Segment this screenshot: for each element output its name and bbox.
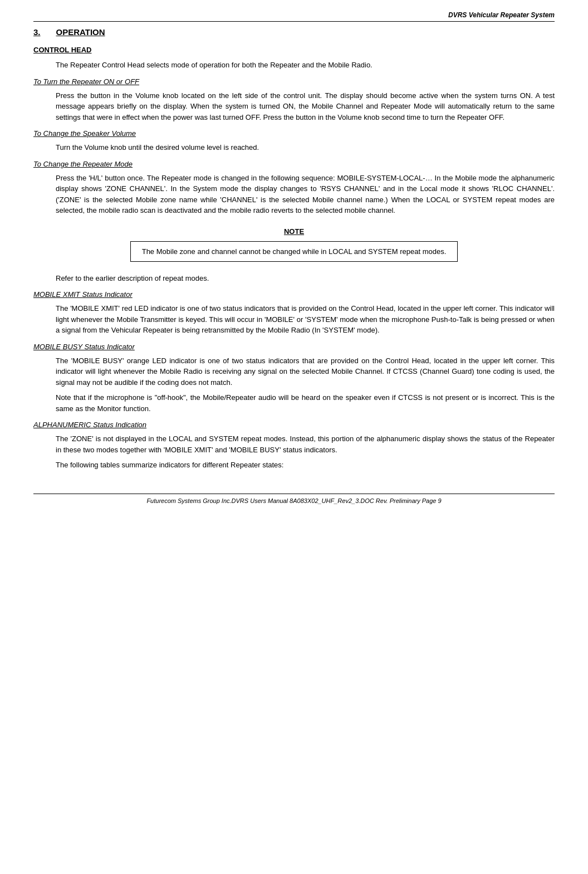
turn-on-off-body: Press the button in the Volume knob loca… [56, 90, 555, 123]
section-title: OPERATION [56, 27, 105, 37]
refer-text: Refer to the earlier description of repe… [56, 273, 555, 284]
alphanumeric-heading: ALPHANUMERIC Status Indication [33, 421, 555, 429]
note-box: The Mobile zone and channel cannot be ch… [130, 241, 458, 262]
change-volume-body: Turn the Volume knob until the desired v… [56, 142, 555, 153]
control-head-intro: The Repeater Control Head selects mode o… [56, 60, 555, 71]
note-title: NOTE [33, 227, 555, 236]
turn-on-off-heading: To Turn the Repeater ON or OFF [33, 77, 555, 86]
mobile-xmit-heading: MOBILE XMIT Status Indicator [33, 290, 555, 299]
change-repeater-mode-body: Press the 'H/L' button once. The Repeate… [56, 173, 555, 216]
mobile-xmit-body: The 'MOBILE XMIT' red LED indicator is o… [56, 303, 555, 336]
mobile-busy-heading: MOBILE BUSY Status Indicator [33, 343, 555, 351]
page-header: DVRS Vehicular Repeater System [33, 11, 555, 22]
page-footer: Futurecom Systems Group Inc.DVRS Users M… [33, 494, 555, 504]
section-number: 3. [33, 27, 41, 37]
alphanumeric-body2: The following tables summarize indicator… [56, 460, 555, 471]
change-repeater-mode-heading: To Change the Repeater Mode [33, 160, 555, 168]
mobile-busy-body1: The 'MOBILE BUSY' orange LED indicator i… [56, 355, 555, 388]
control-head-heading: CONTROL HEAD [33, 46, 555, 54]
mobile-busy-body2: Note that if the microphone is "off-hook… [56, 392, 555, 414]
change-volume-heading: To Change the Speaker Volume [33, 129, 555, 138]
alphanumeric-body1: The 'ZONE' is not displayed in the LOCAL… [56, 433, 555, 455]
note-section: NOTE The Mobile zone and channel cannot … [33, 227, 555, 262]
